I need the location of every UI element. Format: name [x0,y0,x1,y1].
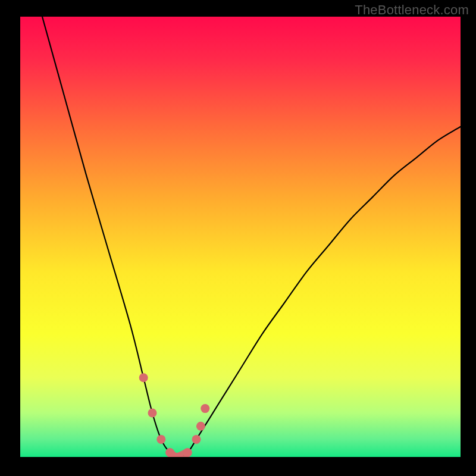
valley-marker-dot [156,435,165,444]
plot-background [20,17,461,457]
valley-marker-dot [192,435,201,444]
valley-marker-dot [201,404,209,413]
valley-marker-dot [148,409,157,418]
bottleneck-chart [0,0,476,476]
valley-marker-dot [174,453,183,462]
valley-marker-dot [183,448,192,457]
outer-frame: TheBottleneck.com [0,0,476,476]
valley-marker-dot [196,422,205,431]
valley-marker-dot [139,373,148,382]
